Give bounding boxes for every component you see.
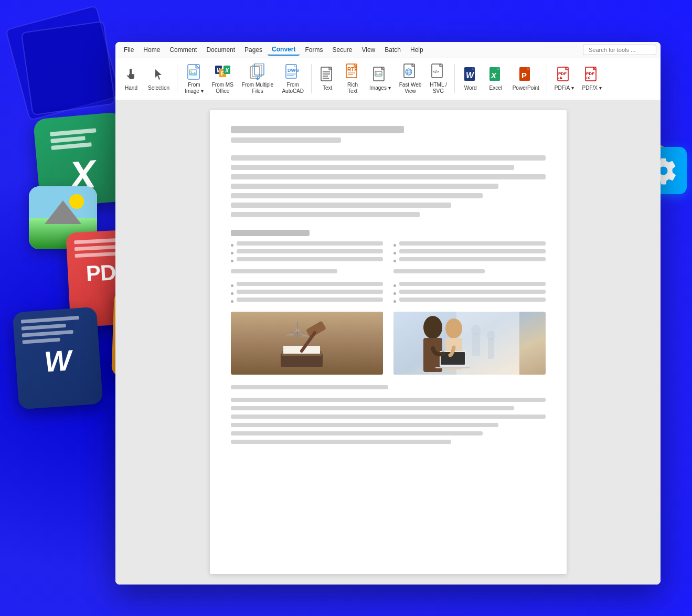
svg-point-60: [423, 316, 442, 339]
from-ms-office-button[interactable]: W P X From MSOffice: [209, 60, 237, 97]
from-image-label: FromImage ▾: [185, 82, 204, 94]
svg-point-31: [407, 69, 410, 75]
powerpoint-ribbon-icon: P: [517, 66, 534, 84]
from-image-button[interactable]: FromImage ▾: [182, 60, 207, 97]
fast-web-view-label: Fast WebView: [399, 82, 422, 94]
svg-text:/X: /X: [586, 76, 590, 80]
menu-comment[interactable]: Comment: [165, 45, 201, 55]
fast-web-view-button[interactable]: Fast WebView: [396, 60, 425, 97]
hand-tool-button[interactable]: Hand: [120, 63, 143, 93]
doc-bullet-r2: [393, 249, 546, 254]
word-button[interactable]: W Word: [459, 63, 482, 93]
menu-convert[interactable]: Convert: [268, 44, 300, 56]
document-page: [210, 110, 567, 574]
doc-bullet-r1: [393, 241, 546, 247]
menu-forms[interactable]: Forms: [301, 45, 327, 55]
app-window: File Home Comment Document Pages Convert…: [115, 42, 661, 585]
doc-bottom-1: [231, 398, 546, 402]
doc-body-line-1: [231, 155, 546, 161]
excel-label: Excel: [489, 85, 502, 91]
menu-help[interactable]: Help: [406, 45, 428, 55]
fast-web-view-icon: [402, 62, 419, 81]
svg-rect-67: [472, 333, 480, 356]
pdf-a-button[interactable]: PDF /A PDF/A ▾: [551, 63, 577, 93]
doc-section-header: [231, 230, 310, 236]
from-multiple-files-icon: [249, 62, 266, 81]
ribbon-separator-3: [454, 64, 455, 93]
svg-text:</>: </>: [433, 69, 439, 74]
excel-ribbon-icon: X: [487, 66, 504, 84]
svg-line-57: [297, 330, 305, 336]
doc-bullet-2: [231, 249, 383, 254]
doc-bullet-4: [231, 282, 383, 287]
excel-button[interactable]: X Excel: [484, 63, 507, 93]
doc-body-line-2: [231, 165, 514, 170]
from-image-icon: [186, 62, 203, 81]
svg-point-68: [471, 325, 481, 335]
doc-body-line-6: [231, 203, 451, 208]
pdf-x-label: PDF/X ▾: [582, 85, 602, 91]
search-input[interactable]: [583, 45, 656, 55]
rich-text-button[interactable]: RTF RichText: [341, 60, 364, 97]
doc-bullet-r6: [393, 298, 546, 303]
doc-image-law: [231, 312, 383, 375]
svg-rect-66: [435, 367, 470, 368]
doc-image-office: [393, 312, 546, 375]
ribbon-separator-4: [547, 64, 547, 93]
images-label: Images ▾: [369, 85, 391, 91]
menu-secure[interactable]: Secure: [328, 45, 356, 55]
from-multiple-files-button[interactable]: From MultipleFiles: [239, 60, 277, 97]
svg-point-28: [376, 72, 377, 73]
doc-col-left: [231, 241, 383, 305]
from-multiple-files-label: From MultipleFiles: [242, 82, 274, 94]
doc-bullet-1: [231, 241, 383, 247]
from-autocad-icon: DWG: [284, 62, 301, 81]
menu-batch[interactable]: Batch: [380, 45, 405, 55]
doc-body-line-5: [231, 193, 483, 198]
pdf-x-icon: PDF /X: [583, 66, 600, 84]
menu-document[interactable]: Document: [202, 45, 239, 55]
menu-view[interactable]: View: [357, 45, 379, 55]
rich-text-label: RichText: [347, 82, 358, 94]
document-area: [115, 100, 661, 585]
doc-images: [231, 312, 546, 375]
svg-text:X: X: [225, 67, 229, 73]
doc-bottom-header: [231, 385, 388, 389]
from-autocad-label: FromAutoCAD: [282, 82, 304, 94]
doc-title-line: [231, 126, 404, 133]
text-label: Text: [323, 85, 332, 91]
doc-bullet-5: [231, 290, 383, 295]
selection-tool-button[interactable]: Selection: [145, 63, 173, 93]
doc-col-line-1: [231, 269, 337, 273]
from-autocad-button[interactable]: DWG FromAutoCAD: [279, 60, 307, 97]
html-svg-icon: </>: [430, 62, 446, 81]
powerpoint-button[interactable]: P PowerPoint: [509, 63, 542, 93]
doc-body-line-7: [231, 212, 420, 217]
from-ms-office-icon: W P X: [214, 62, 231, 81]
doc-bottom-4: [231, 423, 498, 427]
doc-bullet-6: [231, 298, 383, 303]
hand-label: Hand: [125, 85, 137, 91]
menu-file[interactable]: File: [120, 45, 138, 55]
word-label: Word: [464, 85, 477, 91]
svg-rect-69: [488, 338, 494, 359]
svg-rect-27: [375, 71, 382, 76]
images-button[interactable]: Images ▾: [366, 63, 394, 93]
selection-label: Selection: [148, 85, 169, 91]
doc-bottom-3: [231, 415, 546, 419]
doc-bottom-6: [231, 440, 451, 444]
doc-bullet-3: [231, 257, 383, 262]
text-button[interactable]: Text: [316, 63, 339, 93]
pdf-x-button[interactable]: PDF /X PDF/X ▾: [579, 63, 605, 93]
svg-text:RTF: RTF: [347, 67, 357, 72]
doc-col-right: [393, 241, 546, 305]
svg-point-62: [445, 318, 462, 338]
html-svg-button[interactable]: </> HTML /SVG: [427, 60, 450, 97]
menu-pages[interactable]: Pages: [240, 45, 267, 55]
pdf-a-label: PDF/A ▾: [555, 85, 574, 91]
doc-bottom-2: [231, 406, 514, 410]
svg-rect-51: [305, 321, 326, 338]
mountain-decoration: [45, 200, 81, 224]
menu-home[interactable]: Home: [139, 45, 164, 55]
svg-text:P: P: [521, 71, 527, 80]
